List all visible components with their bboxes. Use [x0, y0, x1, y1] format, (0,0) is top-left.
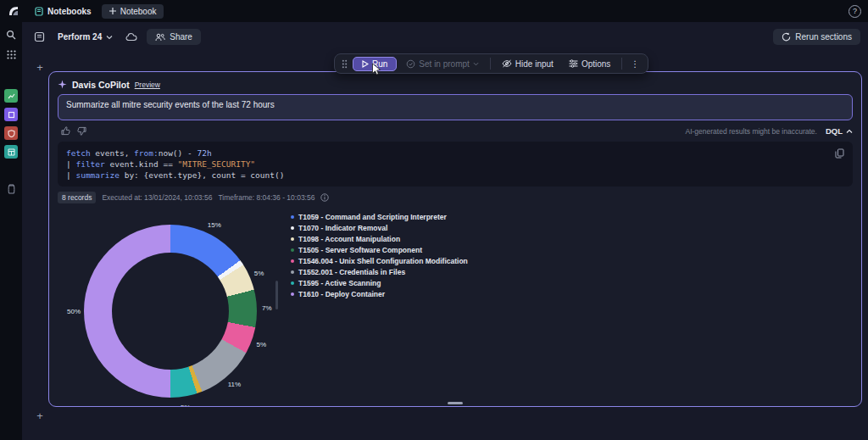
- share-button[interactable]: Share: [147, 29, 201, 45]
- wedge-percent-label: 5%: [257, 340, 267, 348]
- run-button[interactable]: Run: [353, 57, 397, 71]
- dql-code-block: fetch events, from:now() - 72h| filter e…: [58, 142, 853, 187]
- wedge-percent-label: 7%: [262, 304, 272, 312]
- more-options-button[interactable]: ⋮: [627, 57, 643, 71]
- search-icon[interactable]: [5, 28, 18, 41]
- section-resize-handle[interactable]: [448, 402, 463, 404]
- thumbs-down-icon: [77, 126, 86, 136]
- notebooks-app-label: Notebooks: [47, 7, 92, 16]
- legend-item[interactable]: T1505 - Server Software Component: [291, 246, 468, 254]
- legend-item-label: T1595 - Active Scanning: [298, 279, 381, 287]
- sparkle-icon: [58, 80, 67, 89]
- hide-input-button[interactable]: Hide input: [496, 57, 559, 71]
- legend-item[interactable]: T1546.004 - Unix Shell Configuration Mod…: [291, 257, 468, 265]
- new-notebook-button[interactable]: Notebook: [102, 4, 164, 19]
- app-icon-jar[interactable]: [4, 182, 18, 196]
- donut-chart[interactable]: [84, 225, 257, 398]
- code-line: fetch events, from:now() - 72h: [66, 148, 844, 159]
- app-icon-teal-table[interactable]: [4, 145, 18, 159]
- refresh-icon: [782, 32, 791, 42]
- notebook-title: Perform 24: [58, 32, 102, 42]
- plus-icon: [109, 8, 116, 14]
- main-area: Perform 24 Share Rerun sections Run Set …: [22, 22, 868, 440]
- legend-item-label: T1070 - Indicator Removal: [298, 224, 387, 232]
- copilot-header: Davis CoPilot Preview: [58, 79, 853, 90]
- rerun-sections-label: Rerun sections: [795, 32, 852, 42]
- legend-item[interactable]: T1595 - Active Scanning: [291, 279, 468, 287]
- set-in-prompt-button[interactable]: Set in prompt: [400, 57, 484, 71]
- app-icon-red-security[interactable]: [4, 126, 18, 140]
- dql-label: DQL: [826, 126, 843, 136]
- legend-item-label: T1552.001 - Credentials in Files: [298, 268, 405, 276]
- help-icon[interactable]: ?: [849, 5, 861, 18]
- sliders-icon: [569, 59, 578, 68]
- run-label: Run: [372, 59, 387, 69]
- notebook-title-dropdown[interactable]: Perform 24: [54, 30, 116, 44]
- apps-grid-icon[interactable]: [5, 48, 18, 61]
- thumbs-up-button[interactable]: [58, 126, 74, 136]
- legend-item[interactable]: T1059 - Command and Scripting Interprete…: [291, 213, 468, 221]
- notebooks-app-tab[interactable]: Notebooks: [34, 7, 92, 16]
- info-icon[interactable]: [320, 193, 329, 202]
- legend-item[interactable]: T1610 - Deploy Container: [291, 290, 468, 298]
- drag-handle-icon[interactable]: [340, 59, 349, 69]
- executed-at-text: Executed at: 13/01/2024, 10:03:56: [102, 193, 212, 202]
- chevron-down-icon: [473, 62, 479, 66]
- cloud-sync-icon[interactable]: [124, 31, 139, 43]
- donut-wrap: 15%5%7%5%11%5%50%: [62, 203, 279, 407]
- notebook-outline-button[interactable]: [32, 30, 47, 44]
- add-section-button-bottom[interactable]: +: [34, 409, 46, 421]
- app-icon-green-chart[interactable]: [4, 89, 18, 103]
- timeframe-text: Timeframe: 8:04:36 - 10:03:56: [218, 193, 314, 202]
- legend-scrollbar[interactable]: [275, 281, 278, 309]
- dql-code[interactable]: fetch events, from:now() - 72h| filter e…: [66, 148, 844, 181]
- wedge-percent-label: 50%: [67, 308, 81, 315]
- top-bar: Notebooks Notebook ?: [0, 0, 868, 22]
- result-meta-row: 8 records Executed at: 13/01/2024, 10:03…: [58, 192, 853, 203]
- options-label: Options: [581, 59, 610, 69]
- pinned-apps: [4, 89, 18, 196]
- ai-disclaimer: AI-generated results might be inaccurate…: [685, 127, 816, 136]
- legend-item-label: T1098 - Account Manipulation: [298, 235, 400, 243]
- dql-collapse-toggle[interactable]: DQL: [826, 126, 853, 136]
- set-in-prompt-label: Set in prompt: [419, 59, 469, 69]
- sidebar: [0, 22, 22, 440]
- legend-item[interactable]: T1098 - Account Manipulation: [291, 235, 468, 243]
- davis-copilot-section[interactable]: Davis CoPilot Preview Summarize all mitr…: [48, 71, 862, 407]
- code-line: | filter event.kind == "MITRE_SECURITY": [66, 159, 844, 170]
- thumbs-down-button[interactable]: [74, 126, 90, 136]
- code-line: | summarize by: {event.type}, count = co…: [66, 170, 844, 181]
- add-section-button-top[interactable]: +: [34, 61, 46, 73]
- legend-item[interactable]: T1552.001 - Credentials in Files: [291, 268, 468, 276]
- share-label: Share: [170, 32, 192, 42]
- new-notebook-label: Notebook: [120, 7, 157, 16]
- copilot-title: Davis CoPilot: [72, 80, 130, 90]
- legend-item-label: T1505 - Server Software Component: [298, 246, 422, 254]
- legend-color-dot: [291, 259, 294, 263]
- copy-button[interactable]: [833, 147, 846, 163]
- document-toolbar: Perform 24 Share: [32, 29, 201, 45]
- chart-legend: T1059 - Command and Scripting Interprete…: [291, 213, 468, 407]
- kebab-icon: ⋮: [631, 59, 639, 69]
- notebook-icon: [34, 7, 43, 16]
- legend-item-label: T1610 - Deploy Container: [298, 290, 385, 298]
- section-toolbar: Run Set in prompt Hide input Options ⋮: [334, 53, 648, 74]
- legend-color-dot: [291, 215, 294, 219]
- feedback-row: AI-generated results might be inaccurate…: [58, 125, 853, 136]
- legend-color-dot: [291, 292, 294, 296]
- legend-color-dot: [291, 281, 294, 285]
- app-icon-purple-cube[interactable]: [4, 108, 18, 121]
- toolbar-divider: [490, 58, 491, 70]
- options-button[interactable]: Options: [563, 57, 616, 71]
- legend-item[interactable]: T1070 - Indicator Removal: [291, 224, 468, 232]
- wedge-percent-label: 11%: [228, 380, 241, 387]
- prompt-input[interactable]: Summarize all mitre security events of t…: [58, 94, 853, 120]
- play-icon: [362, 60, 369, 68]
- rerun-sections-button[interactable]: Rerun sections: [773, 29, 860, 45]
- dynatrace-logo[interactable]: [7, 4, 20, 18]
- legend-color-dot: [291, 248, 294, 252]
- legend-color-dot: [291, 226, 294, 230]
- preview-badge[interactable]: Preview: [135, 81, 160, 89]
- help-glyph: ?: [853, 7, 857, 15]
- document-icon: [34, 31, 45, 42]
